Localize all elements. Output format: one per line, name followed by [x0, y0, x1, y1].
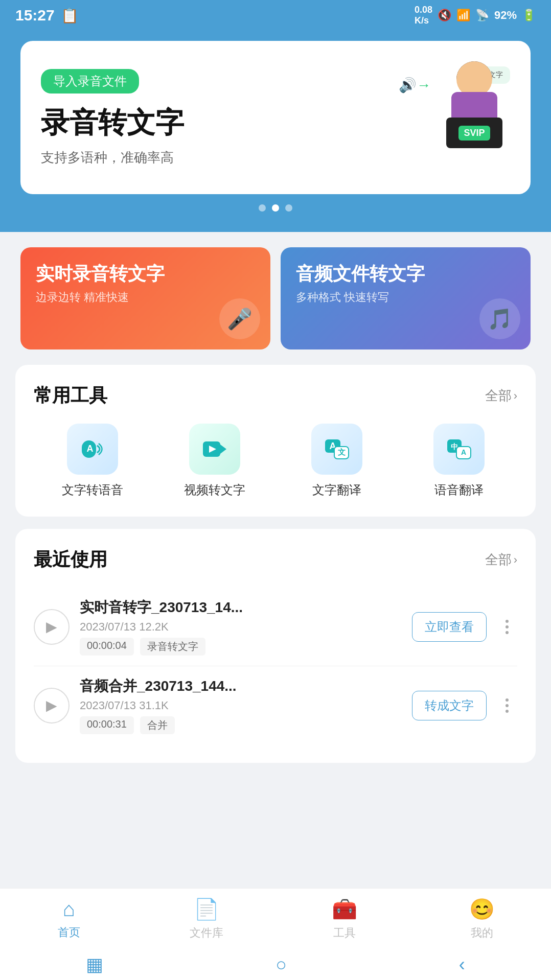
svg-marker-3 — [220, 445, 226, 454]
network-speed: 0.08K/s — [415, 5, 432, 26]
recent-all-button[interactable]: 全部 › — [485, 551, 517, 569]
voice-translate-label: 语音翻译 — [434, 482, 484, 498]
char-laptop: SVIP — [446, 118, 502, 148]
battery-icon: 🔋 — [522, 9, 536, 22]
status-bar: 15:27 📋 0.08K/s 🔇 📶 📡 92% 🔋 — [0, 0, 551, 31]
recent-tags-2: 00:00:31 合并 — [80, 716, 402, 734]
nav-files-label: 文件库 — [190, 925, 223, 941]
banner-section: 导入录音文件 录音转文字 支持多语种，准确率高 录音转文字 🔊→ SVIP — [0, 31, 551, 232]
recent-all-arrow-icon: › — [514, 553, 517, 567]
voice-translate-icon-box: 中 A — [433, 424, 485, 475]
mute-icon: 🔇 — [438, 9, 451, 22]
character: SVIP — [439, 61, 510, 153]
recent-item-1: ▶ 实时音转字_230713_14... 2023/07/13 12.2K 00… — [34, 588, 517, 666]
system-nav: ▦ ○ ‹ — [0, 949, 551, 980]
nav-tools-label: 工具 — [333, 925, 356, 941]
nav-mine[interactable]: 😊 我的 — [414, 889, 552, 949]
more-button-2[interactable] — [497, 695, 517, 716]
recents-button[interactable]: ▦ — [76, 950, 113, 979]
recent-meta-1: 2023/07/13 12.2K — [80, 620, 402, 634]
audio-icon: 🎵 — [479, 298, 520, 339]
bottom-nav: ⌂ 首页 📄 文件库 🧰 工具 😊 我的 — [0, 888, 551, 949]
text-translate-icon: A 文 — [323, 435, 351, 463]
mine-icon: 😊 — [469, 897, 495, 921]
signal-icon: 📡 — [475, 9, 489, 22]
status-right: 0.08K/s 🔇 📶 📡 92% 🔋 — [415, 5, 536, 26]
banner-title: 录音转文字 — [41, 104, 377, 143]
realtime-icon: 🎤 — [219, 298, 260, 339]
back-button[interactable]: ‹ — [449, 950, 475, 979]
recent-duration-2: 00:00:31 — [80, 716, 134, 734]
recent-name-2: 音频合并_230713_144... — [80, 676, 402, 696]
play-button-2[interactable]: ▶ — [34, 688, 70, 724]
quick-cards-row: 实时录音转文字 边录边转 精准快速 🎤 音频文件转文字 多种格式 快速转写 🎵 — [0, 232, 551, 365]
tool-video[interactable]: 视频转文字 — [156, 424, 273, 498]
quick-card-audio[interactable]: 音频文件转文字 多种格式 快速转写 🎵 — [281, 247, 531, 349]
recent-meta-2: 2023/07/13 31.1K — [80, 699, 402, 712]
home-icon: ⌂ — [63, 898, 75, 921]
recent-type-tag-1: 录音转文字 — [140, 638, 205, 656]
tool-translate-text[interactable]: A 文 文字翻译 — [278, 424, 395, 498]
audio-title: 音频文件转文字 — [296, 263, 515, 285]
recent-info-2: 音频合并_230713_144... 2023/07/13 31.1K 00:0… — [80, 676, 402, 734]
action-button-1[interactable]: 立即查看 — [412, 612, 487, 642]
nav-home[interactable]: ⌂ 首页 — [0, 889, 138, 949]
svg-text:A: A — [461, 448, 466, 456]
nav-home-label: 首页 — [58, 925, 80, 940]
recent-header: 最近使用 全部 › — [34, 547, 517, 572]
nav-files[interactable]: 📄 文件库 — [138, 889, 276, 949]
recent-item-2: ▶ 音频合并_230713_144... 2023/07/13 31.1K 00… — [34, 666, 517, 744]
banner-subtitle: 支持多语种，准确率高 — [41, 149, 377, 167]
status-left: 15:27 📋 — [15, 7, 79, 24]
tools-section: 常用工具 全部 › A 文字转语音 — [15, 365, 536, 517]
tools-title: 常用工具 — [34, 383, 107, 408]
recent-duration-1: 00:00:04 — [80, 638, 134, 656]
action-button-2[interactable]: 转成文字 — [412, 691, 487, 720]
recent-title: 最近使用 — [34, 547, 107, 572]
banner-illustration: 录音转文字 🔊→ SVIP — [377, 61, 510, 174]
wifi-icon: 📶 — [456, 9, 470, 22]
sound-wave-icon: 🔊→ — [399, 77, 431, 94]
tools-all-arrow-icon: › — [514, 389, 517, 403]
svg-text:文: 文 — [337, 448, 345, 456]
video-icon — [201, 435, 228, 463]
banner-badge[interactable]: 导入录音文件 — [41, 69, 139, 94]
banner-dots — [20, 204, 531, 212]
notification-icon: 📋 — [61, 7, 79, 24]
files-icon: 📄 — [194, 897, 219, 921]
dot-3[interactable] — [285, 204, 292, 212]
realtime-title: 实时录音转文字 — [36, 263, 255, 285]
svip-badge: SVIP — [458, 126, 490, 141]
play-button-1[interactable]: ▶ — [34, 609, 70, 645]
translate-text-icon-box: A 文 — [311, 424, 362, 475]
home-button[interactable]: ○ — [265, 950, 297, 979]
recent-tags-1: 00:00:04 录音转文字 — [80, 638, 402, 656]
dot-2[interactable] — [272, 204, 279, 212]
recent-info-1: 实时音转字_230713_14... 2023/07/13 12.2K 00:0… — [80, 598, 402, 656]
realtime-subtitle: 边录边转 精准快速 — [36, 290, 255, 305]
video-label: 视频转文字 — [184, 482, 245, 498]
tools-all-button[interactable]: 全部 › — [485, 387, 517, 405]
recent-type-tag-2: 合并 — [140, 716, 175, 734]
nav-tools[interactable]: 🧰 工具 — [276, 889, 414, 949]
recent-section: 最近使用 全部 › ▶ 实时音转字_230713_14... 2023/07/1… — [15, 529, 536, 763]
dot-1[interactable] — [259, 204, 266, 212]
battery-text: 92% — [494, 9, 517, 22]
tts-icon: A — [79, 435, 106, 463]
nav-mine-label: 我的 — [471, 925, 493, 941]
svg-text:A: A — [86, 444, 93, 454]
video-icon-box — [189, 424, 240, 475]
tts-icon-box: A — [67, 424, 118, 475]
audio-subtitle: 多种格式 快速转写 — [296, 290, 515, 305]
main-content: 导入录音文件 录音转文字 支持多语种，准确率高 录音转文字 🔊→ SVIP — [0, 31, 551, 857]
tools-grid: A 文字转语音 视频转文字 — [34, 424, 517, 498]
quick-card-realtime[interactable]: 实时录音转文字 边录边转 精准快速 🎤 — [20, 247, 270, 349]
tool-tts[interactable]: A 文字转语音 — [34, 424, 151, 498]
voice-translate-icon: 中 A — [445, 435, 473, 463]
tool-voice-translate[interactable]: 中 A 语音翻译 — [400, 424, 517, 498]
banner-text-side: 导入录音文件 录音转文字 支持多语种，准确率高 — [41, 69, 377, 167]
translate-text-label: 文字翻译 — [312, 482, 361, 498]
tools-icon: 🧰 — [332, 897, 357, 921]
banner-card[interactable]: 导入录音文件 录音转文字 支持多语种，准确率高 录音转文字 🔊→ SVIP — [20, 41, 531, 194]
more-button-1[interactable] — [497, 617, 517, 637]
